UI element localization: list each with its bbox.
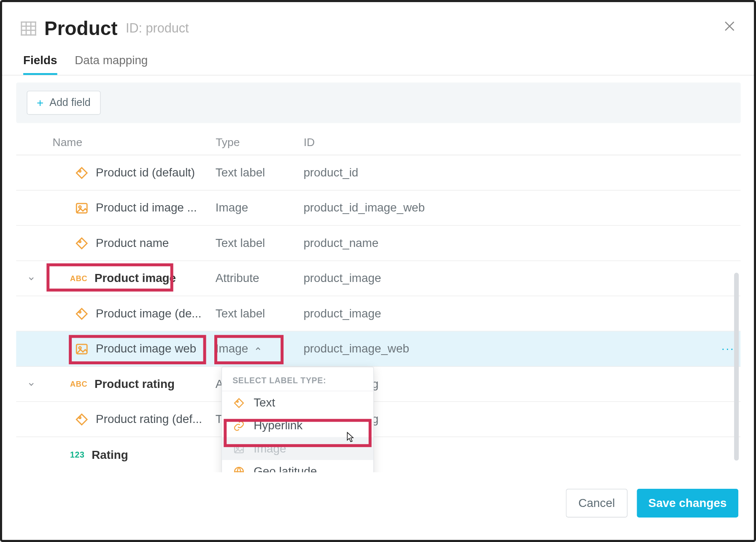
tag-icon <box>75 413 89 426</box>
cursor-icon <box>343 431 355 448</box>
row-name: Product image (de... <box>96 307 201 320</box>
table-row[interactable]: Product rating (def... Text label produc… <box>16 402 740 437</box>
table-row[interactable]: Product id (default) Text label product_… <box>16 155 740 190</box>
row-name: Product rating (def... <box>96 412 202 426</box>
globe-icon <box>233 466 246 472</box>
row-type: Attribute <box>216 271 304 285</box>
tag-icon <box>75 307 89 320</box>
row-type: Text label <box>216 307 304 320</box>
row-name: Product name <box>96 236 169 250</box>
table-row[interactable]: Product name Text label product_name <box>16 226 740 261</box>
tab-fields[interactable]: Fields <box>23 54 57 75</box>
add-field-bar: + Add field <box>16 83 740 123</box>
tab-data-mapping[interactable]: Data mapping <box>75 54 148 75</box>
table-icon <box>21 22 36 35</box>
plus-icon: + <box>37 96 43 109</box>
row-name: Product id image ... <box>96 201 197 214</box>
row-id: product_image_web <box>304 342 722 355</box>
save-changes-button[interactable]: Save changes <box>637 489 738 518</box>
close-button[interactable] <box>723 20 736 35</box>
dropdown-item-geo-latitude[interactable]: Geo latitude <box>222 460 373 472</box>
row-id: product_id <box>304 166 741 179</box>
row-name: Product image <box>94 271 176 285</box>
abc-icon: ABC <box>70 274 87 283</box>
image-icon <box>75 201 89 214</box>
chevron-up-icon <box>254 345 262 352</box>
col-id: ID <box>304 136 741 149</box>
row-name: Product image web <box>96 342 196 355</box>
page-title: Product <box>44 17 117 40</box>
label-type-dropdown: SELECT LABEL TYPE: Text Hyperlink Image … <box>221 367 374 472</box>
col-name: Name <box>16 136 216 149</box>
table-row-selected[interactable]: Product image web Image product_image_we… <box>16 331 740 366</box>
tag-icon <box>75 237 89 250</box>
page-subtitle: ID: product <box>126 21 189 36</box>
tag-icon <box>75 166 89 179</box>
tag-icon <box>233 397 246 409</box>
tabs: Fields Data mapping <box>2 40 755 76</box>
svg-point-3 <box>79 241 81 242</box>
image-icon <box>233 443 246 455</box>
table-row[interactable]: Product id image ... Image product_id_im… <box>16 190 740 225</box>
svg-point-6 <box>79 347 81 349</box>
row-type: Text label <box>216 166 304 179</box>
column-headers: Name Type ID <box>16 123 740 155</box>
table-row[interactable]: ABC Product rating Attribute product_rat… <box>16 367 740 402</box>
add-field-label: Add field <box>49 97 90 109</box>
abc-icon: ABC <box>70 379 87 388</box>
svg-point-10 <box>237 447 239 449</box>
row-id: product_id_image_web <box>304 201 741 214</box>
cancel-button[interactable]: Cancel <box>566 489 627 518</box>
col-type: Type <box>216 136 304 149</box>
dropdown-item-text[interactable]: Text <box>222 391 373 414</box>
row-name: Product rating <box>94 377 175 391</box>
table-row[interactable]: Product image (de... Text label product_… <box>16 296 740 331</box>
row-type-open[interactable]: Image <box>216 342 304 355</box>
row-name: Product id (default) <box>96 166 195 179</box>
table-row[interactable]: 123 Rating <box>16 437 740 472</box>
row-id: product_name <box>304 236 741 250</box>
svg-point-2 <box>79 206 81 208</box>
chevron-down-icon[interactable] <box>26 380 38 388</box>
svg-point-8 <box>237 401 238 402</box>
chevron-down-icon[interactable] <box>26 274 38 282</box>
dropdown-title: SELECT LABEL TYPE: <box>222 367 373 391</box>
image-icon <box>75 342 89 355</box>
rows-container: Product id (default) Text label product_… <box>16 155 740 472</box>
table-row[interactable]: ABC Product image Attribute product_imag… <box>16 261 740 296</box>
add-field-button[interactable]: + Add field <box>27 91 100 115</box>
row-type: Image <box>216 201 304 214</box>
scrollbar[interactable] <box>734 273 739 461</box>
number-icon: 123 <box>70 450 85 459</box>
row-type: Text label <box>216 236 304 250</box>
svg-point-7 <box>79 417 81 418</box>
row-id: product_image <box>304 307 741 320</box>
row-id: product_image <box>304 271 741 285</box>
svg-point-4 <box>79 311 81 312</box>
svg-point-0 <box>79 170 81 172</box>
row-name: Rating <box>92 448 129 461</box>
link-icon <box>233 420 246 431</box>
